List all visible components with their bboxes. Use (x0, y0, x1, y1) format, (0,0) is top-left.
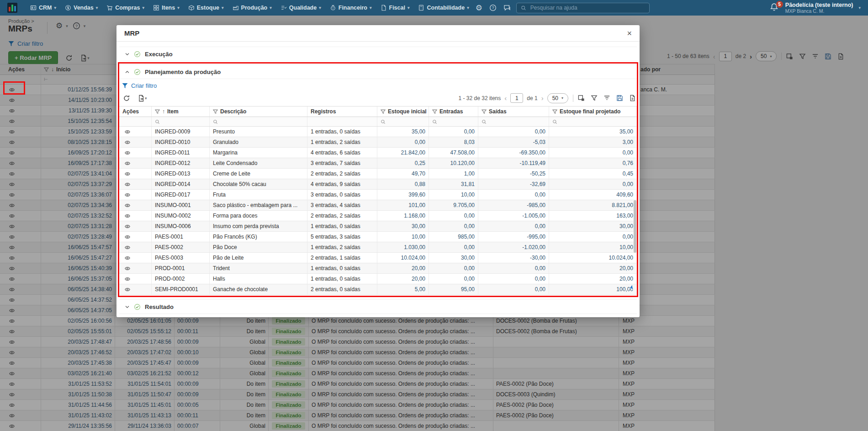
eye-icon (124, 139, 131, 145)
account-area[interactable]: 5 Pãodelícia (teste interno) MXP Bianca … (770, 2, 861, 14)
cell-estoque-final: 163,00 (549, 211, 637, 221)
filter-funnel-icon[interactable] (591, 95, 598, 101)
view-action-cell[interactable] (119, 200, 152, 210)
cell-entradas: 0,00 (429, 263, 478, 273)
view-action-cell[interactable] (119, 190, 152, 200)
view-action-cell[interactable] (119, 137, 152, 147)
view-action-cell[interactable] (119, 221, 152, 231)
view-action-cell[interactable] (119, 274, 152, 284)
view-action-cell[interactable] (119, 284, 152, 294)
help-icon[interactable]: ? (489, 4, 497, 11)
page-size-select[interactable]: 50▾ (547, 93, 568, 103)
section-execucao[interactable]: Execução (119, 47, 637, 61)
columns-icon[interactable] (578, 95, 585, 101)
topbar-menu-item[interactable]: Fiscal ▾ (381, 5, 410, 11)
header-registros[interactable]: Registros (307, 106, 377, 117)
header-estoque-final[interactable]: Estoque final projetado (549, 106, 637, 117)
cell-estoque-final: 30,00 (549, 221, 637, 231)
topbar-menu-item[interactable]: Produção ▾ (233, 5, 272, 11)
cell-item: PAES-0001 (152, 232, 210, 242)
cell-item: INGRED-0009 (152, 127, 210, 137)
save-icon[interactable] (616, 95, 623, 101)
next-page-icon[interactable]: › (541, 95, 544, 101)
mrp-modal: MRP × Execução Planejamento da produção … (116, 25, 640, 317)
cell-item: INGRED-0017 (152, 190, 210, 200)
cell-item: INSUMO-0002 (152, 211, 210, 221)
modal-create-filter-link[interactable]: Criar filtro (122, 80, 637, 90)
view-action-cell[interactable] (119, 253, 152, 263)
mrp-plan-row: SEMI-PROD0001 Ganache de chocolate 2 ent… (119, 284, 637, 295)
eye-icon (124, 202, 131, 208)
export-doc-icon[interactable] (629, 95, 636, 101)
app-screen: CRM ▾ Vendas ▾ Compras ▾ Itens ▾ Estoque… (0, 0, 868, 431)
view-action-cell[interactable] (119, 211, 152, 221)
cell-estoque-inicial: 20,00 (377, 263, 429, 273)
topbar-menu-item[interactable]: Compras ▾ (106, 5, 144, 11)
view-action-cell[interactable] (119, 242, 152, 252)
cell-registros: 1 entradas, 2 saídas (307, 242, 377, 252)
cell-saidas: 0,00 (478, 284, 549, 294)
view-action-cell[interactable] (119, 179, 152, 189)
cell-descricao: Pão Francês (KG) (210, 232, 307, 242)
view-action-cell[interactable] (119, 263, 152, 273)
eye-icon (124, 171, 131, 177)
topbar-menu-item[interactable]: CRM ▾ (30, 5, 56, 11)
table-header-row: Ações ↑ Item Descrição Registros (119, 106, 637, 117)
eye-icon (124, 266, 131, 271)
filter-estoque-inicial-input[interactable] (377, 117, 429, 126)
header-entradas[interactable]: Entradas (429, 106, 478, 117)
chevron-down-icon (125, 304, 130, 309)
header-estoque-inicial[interactable]: Estoque inicial (377, 106, 429, 117)
eye-icon (124, 150, 131, 156)
prev-page-icon[interactable]: ‹ (504, 95, 507, 101)
help-search[interactable] (516, 3, 650, 13)
header-saidas[interactable]: Saídas (478, 106, 549, 117)
mrp-plan-row: INGRED-0010 Granulado 1 entradas, 2 saíd… (119, 137, 637, 148)
settings-gear-icon[interactable]: ⚙ (476, 4, 482, 12)
notifications-bell[interactable]: 5 (770, 3, 780, 13)
header-descricao[interactable]: Descrição (210, 106, 307, 117)
cell-estoque-inicial: 0,25 (377, 158, 429, 168)
filter-item-input[interactable] (152, 117, 210, 126)
mrp-plan-row: INGRED-0014 Chocolate 50% cacau 4 entrad… (119, 179, 637, 190)
chevron-down-icon: ▾ (177, 6, 180, 10)
help-search-input[interactable] (529, 4, 645, 11)
filter-descricao-input[interactable] (210, 117, 307, 126)
app-logo[interactable] (7, 3, 17, 13)
section-planejamento[interactable]: Planejamento da produção (119, 64, 637, 79)
view-action-cell[interactable] (119, 148, 152, 158)
topbar-menu-item[interactable]: Estoque ▾ (188, 5, 224, 11)
eye-icon (124, 192, 131, 198)
close-icon[interactable]: × (627, 29, 632, 37)
mouse-cursor-icon (629, 285, 635, 292)
header-item[interactable]: ↑ Item (152, 106, 210, 117)
refresh-button[interactable] (123, 95, 130, 102)
cell-saidas: -1.005,00 (478, 211, 549, 221)
filter-estoque-final-input[interactable] (549, 117, 637, 126)
cell-estoque-final: 10.024,00 (549, 253, 637, 263)
cell-item: INSUMO-0001 (152, 200, 210, 210)
eye-icon (124, 223, 131, 229)
view-action-cell[interactable] (119, 232, 152, 242)
cell-item: INGRED-0012 (152, 158, 210, 168)
clear-filter-icon[interactable] (603, 95, 610, 101)
cell-registros: 1 entradas, 2 saídas (307, 137, 377, 147)
filter-saidas-input[interactable] (478, 117, 549, 126)
topbar-menu-item[interactable]: Itens ▾ (153, 5, 180, 11)
topbar-menu-item[interactable]: Vendas ▾ (65, 5, 98, 11)
topbar-menu-item[interactable]: Contabilidade ▾ (418, 5, 469, 11)
vertical-scrollbar[interactable] (634, 200, 636, 253)
filter-entradas-input[interactable] (429, 117, 478, 126)
mrp-plan-row: PAES-0003 Pão de Leite 2 entradas, 1 saí… (119, 253, 637, 263)
view-action-cell[interactable] (119, 127, 152, 137)
filter-funnel-icon (552, 109, 557, 114)
topbar-menu-item[interactable]: Financeiro ▾ (330, 5, 372, 11)
cell-registros: 2 entradas, 0 saídas (307, 284, 377, 294)
page-number-input[interactable]: 1 (510, 93, 523, 103)
topbar-menu-item[interactable]: Qualidade ▾ (281, 5, 321, 11)
export-button[interactable]: ▾ (138, 95, 147, 102)
chat-icon[interactable] (503, 4, 511, 11)
view-action-cell[interactable] (119, 158, 152, 168)
view-action-cell[interactable] (119, 169, 152, 179)
section-resultado[interactable]: Resultado (119, 299, 637, 314)
